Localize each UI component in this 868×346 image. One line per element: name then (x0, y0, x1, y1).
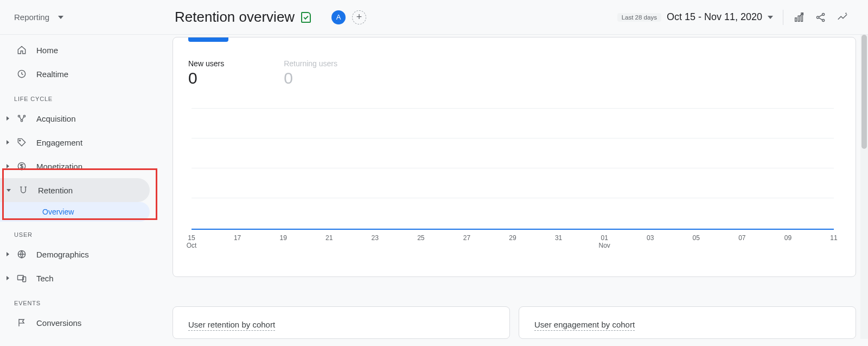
avatar[interactable]: A (331, 10, 346, 24)
sidebar: Home Realtime LIFE CYCLE Acquisition Eng… (0, 35, 161, 346)
svg-point-4 (822, 13, 825, 15)
sidebar-item-tech[interactable]: Tech (0, 266, 150, 290)
scrollbar-thumb[interactable] (861, 35, 867, 149)
metric-new-users[interactable]: New users 0 (188, 59, 224, 87)
metric-label: Returning users (284, 59, 337, 68)
card-user-engagement-cohort[interactable]: User engagement by cohort (519, 306, 856, 339)
sidebar-item-home[interactable]: Home (0, 38, 150, 62)
date-range-picker[interactable]: Last 28 days Oct 15 - Nov 11, 2020 (617, 11, 773, 23)
divider (783, 10, 783, 25)
topbar: Reporting Retention overview A + Last 28… (0, 0, 868, 35)
chart: 15 Oct171921232527293101 Nov0305070911 (192, 103, 834, 266)
tag-icon (16, 136, 28, 148)
sidebar-section-user: USER (0, 222, 161, 242)
sidebar-item-label: Acquisition (36, 114, 76, 123)
sidebar-item-acquisition[interactable]: Acquisition (0, 106, 150, 130)
customize-report-icon[interactable] (793, 11, 805, 23)
dollar-icon (16, 160, 28, 172)
reporting-label: Reporting (14, 12, 49, 22)
sidebar-item-realtime[interactable]: Realtime (0, 62, 150, 86)
sidebar-item-demographics[interactable]: Demographics (0, 242, 150, 266)
insights-icon[interactable] (837, 11, 848, 23)
svg-line-6 (819, 15, 822, 17)
content-area: New users 0 Returning users 0 15 Oct1719… (161, 35, 868, 346)
chevron-down-icon (7, 189, 11, 192)
sidebar-item-conversions[interactable]: Conversions (0, 311, 150, 335)
sidebar-section-events: EVENTS (0, 290, 161, 311)
date-range-text: Oct 15 - Nov 11, 2020 (667, 11, 762, 23)
reporting-dropdown[interactable]: Reporting (14, 12, 63, 22)
sidebar-item-label: Demographics (36, 250, 89, 259)
secondary-cards-row: User retention by cohort User engagement… (173, 306, 856, 339)
svg-line-13 (22, 117, 24, 120)
svg-rect-20 (23, 277, 26, 282)
sidebar-item-monetization[interactable]: Monetization (0, 154, 150, 178)
main-chart-card: New users 0 Returning users 0 15 Oct1719… (173, 37, 856, 277)
chevron-down-icon (768, 16, 773, 19)
flag-icon (16, 317, 28, 329)
chevron-right-icon (7, 140, 9, 144)
svg-point-14 (20, 140, 21, 141)
metric-returning-users[interactable]: Returning users 0 (284, 59, 337, 87)
sidebar-section-lifecycle: LIFE CYCLE (0, 86, 161, 106)
share-icon[interactable] (815, 11, 827, 23)
sidebar-item-label: Engagement (36, 138, 82, 147)
magnet-icon (17, 184, 29, 196)
clock-icon (16, 68, 28, 80)
sidebar-item-retention[interactable]: Retention (0, 178, 150, 202)
doc-check-icon (301, 12, 311, 23)
metric-row: New users 0 Returning users 0 (188, 47, 840, 87)
svg-line-7 (819, 17, 822, 20)
sidebar-item-label: Home (36, 46, 58, 55)
add-comparison-button[interactable]: + (352, 10, 366, 24)
sidebar-item-label: Retention (38, 186, 73, 195)
chevron-down-icon (58, 16, 63, 19)
svg-rect-1 (798, 16, 800, 21)
title-area: Retention overview A + (175, 9, 366, 26)
sidebar-item-label: Realtime (36, 70, 68, 79)
card-title: User retention by cohort (188, 320, 275, 331)
svg-line-12 (20, 117, 21, 120)
home-icon (16, 44, 28, 56)
sidebar-item-label: Monetization (36, 162, 82, 171)
page-title: Retention overview (175, 9, 295, 26)
metric-value: 0 (284, 69, 337, 87)
chevron-right-icon (7, 116, 9, 121)
sidebar-subitem-overview[interactable]: Overview (0, 202, 150, 222)
svg-point-5 (822, 19, 825, 21)
svg-rect-0 (795, 17, 797, 21)
header-tools: Last 28 days Oct 15 - Nov 11, 2020 (617, 10, 848, 25)
date-range-preset: Last 28 days (617, 13, 661, 22)
sidebar-item-engagement[interactable]: Engagement (0, 130, 150, 154)
sidebar-item-label: Tech (36, 274, 54, 283)
active-tab-indicator (188, 37, 228, 42)
metric-label: New users (188, 59, 224, 68)
metric-value: 0 (188, 69, 224, 87)
chevron-right-icon (7, 252, 9, 256)
acquisition-icon (16, 112, 28, 124)
card-title: User engagement by cohort (534, 320, 635, 331)
chevron-right-icon (7, 276, 9, 280)
globe-icon (16, 248, 28, 260)
card-user-retention-cohort[interactable]: User retention by cohort (173, 306, 510, 339)
sidebar-subitem-label: Overview (42, 207, 74, 216)
chevron-right-icon (7, 164, 9, 168)
svg-point-3 (816, 16, 819, 18)
sidebar-item-label: Conversions (36, 318, 81, 328)
scrollbar[interactable] (860, 35, 868, 339)
svg-point-11 (21, 120, 22, 122)
devices-icon (16, 272, 28, 284)
